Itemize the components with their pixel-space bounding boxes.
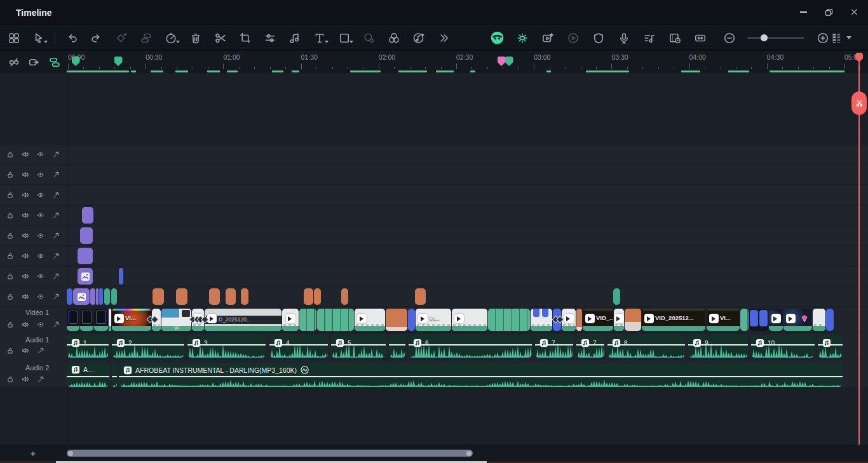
transition-icon[interactable] <box>146 315 159 326</box>
add-keyframe-button[interactable] <box>109 26 133 50</box>
video-clip[interactable] <box>299 309 316 331</box>
audio-clip[interactable]: 1 <box>67 335 109 358</box>
video-clip[interactable]: VI... <box>707 309 740 331</box>
delete-button[interactable] <box>183 26 208 50</box>
color-wheels-button[interactable] <box>381 26 406 50</box>
text-tool-button[interactable] <box>307 26 332 50</box>
volume-envelope[interactable] <box>112 376 117 377</box>
video-clip[interactable] <box>488 309 530 331</box>
lock-icon[interactable] <box>3 289 18 304</box>
lock-icon[interactable] <box>3 228 18 243</box>
video-clip[interactable]: D_2025120... <box>205 309 281 331</box>
video-clip[interactable]: VID_... <box>583 309 613 331</box>
transition-icon[interactable] <box>552 315 564 326</box>
video-clip[interactable] <box>317 309 354 331</box>
video-clip[interactable] <box>826 309 834 331</box>
video-clip[interactable] <box>452 309 487 331</box>
crop-button[interactable] <box>233 26 257 50</box>
lock-icon[interactable] <box>3 248 18 264</box>
video-clip[interactable] <box>749 309 768 331</box>
video-clip[interactable] <box>94 309 108 331</box>
video-clip[interactable] <box>531 309 552 331</box>
smart-cut-button[interactable] <box>510 26 535 50</box>
speaker-icon[interactable] <box>18 147 33 162</box>
lock-icon[interactable] <box>3 317 18 332</box>
screen-preview-button[interactable] <box>662 26 688 50</box>
speaker-icon[interactable] <box>18 248 33 264</box>
video-clip[interactable]: VID_202512... <box>642 309 705 331</box>
speaker-icon[interactable] <box>18 289 33 304</box>
select-tool-button[interactable] <box>26 26 51 50</box>
eye-icon[interactable] <box>33 208 48 223</box>
eye-icon[interactable] <box>33 187 48 203</box>
lock-icon[interactable] <box>3 269 18 284</box>
lock-icon[interactable] <box>3 147 18 162</box>
more-tools-button[interactable] <box>431 26 456 50</box>
audio-clip[interactable]: 6 <box>409 335 532 358</box>
split-scissors-button[interactable] <box>208 26 233 50</box>
wand-icon[interactable] <box>33 343 48 358</box>
audio-clip[interactable]: AFRO... <box>67 363 109 387</box>
mask-button[interactable] <box>332 26 356 50</box>
volume-envelope[interactable] <box>119 376 843 377</box>
eye-icon[interactable] <box>33 269 48 284</box>
lock-icon[interactable] <box>3 343 18 358</box>
audio-clip[interactable]: 3 <box>187 335 266 358</box>
zoom-out-icon[interactable] <box>717 26 742 50</box>
overlay-clip[interactable] <box>119 268 123 285</box>
wand-icon[interactable] <box>48 289 64 304</box>
time-ruler[interactable]: 00:0000:3001:0001:3002:0002:3003:0003:30… <box>0 51 868 73</box>
overlay-clip[interactable] <box>314 288 321 305</box>
lock-icon[interactable] <box>3 208 18 223</box>
lock-icon[interactable] <box>3 167 18 182</box>
eye-icon[interactable] <box>33 248 48 264</box>
speaker-icon[interactable] <box>18 208 33 223</box>
wand-icon[interactable] <box>33 372 48 387</box>
zoom-slider-thumb[interactable] <box>761 34 768 41</box>
eye-icon[interactable] <box>33 317 48 332</box>
overlay-clip[interactable] <box>73 288 90 305</box>
video-clip[interactable] <box>740 309 749 331</box>
lock-icon[interactable] <box>3 187 18 203</box>
lock-icon[interactable] <box>3 372 18 387</box>
video-clip[interactable] <box>386 309 407 331</box>
video-clip[interactable] <box>67 309 79 331</box>
video-clip[interactable] <box>813 309 825 331</box>
media-grid-button[interactable] <box>1 26 26 50</box>
overlay-clip[interactable] <box>341 288 348 305</box>
playhead-scissors-button[interactable] <box>851 91 867 115</box>
overlay-clip[interactable] <box>304 288 313 305</box>
video-clip[interactable] <box>408 309 415 331</box>
volume-envelope[interactable] <box>67 376 109 377</box>
wand-icon[interactable] <box>48 208 64 223</box>
undo-button[interactable] <box>59 26 84 50</box>
video-clip[interactable] <box>80 309 93 331</box>
overlay-clip[interactable] <box>67 288 72 305</box>
wand-icon[interactable] <box>48 228 64 243</box>
shield-button[interactable] <box>586 26 611 50</box>
audio-clip[interactable] <box>112 363 117 387</box>
wand-icon[interactable] <box>48 187 64 203</box>
redo-button[interactable] <box>84 26 109 50</box>
overlay-clip[interactable] <box>153 288 164 305</box>
video-clip[interactable] <box>576 309 582 331</box>
snapshot-button[interactable] <box>535 26 560 50</box>
overlay-clip[interactable] <box>96 288 98 305</box>
speaker-icon[interactable] <box>18 187 33 203</box>
audio-clip[interactable]: 2 <box>112 335 184 358</box>
group-clips-button[interactable] <box>133 26 158 50</box>
eye-icon[interactable] <box>33 228 48 243</box>
audio-music-button[interactable] <box>282 26 307 50</box>
audio-clip[interactable]: 10 <box>751 335 815 358</box>
preview-play-button[interactable] <box>560 26 586 50</box>
audio-clip[interactable]: 8 <box>607 335 685 358</box>
video-clip[interactable] <box>282 309 299 331</box>
transition-icon[interactable] <box>196 315 209 326</box>
ai-audio-button[interactable] <box>406 26 431 50</box>
eye-icon[interactable] <box>33 147 48 162</box>
horizontal-scrollbar[interactable] <box>67 450 473 457</box>
video-clip[interactable] <box>109 309 111 331</box>
overlay-clip[interactable] <box>78 248 93 264</box>
video-clip[interactable] <box>614 309 624 331</box>
volume-envelope[interactable] <box>389 344 405 346</box>
